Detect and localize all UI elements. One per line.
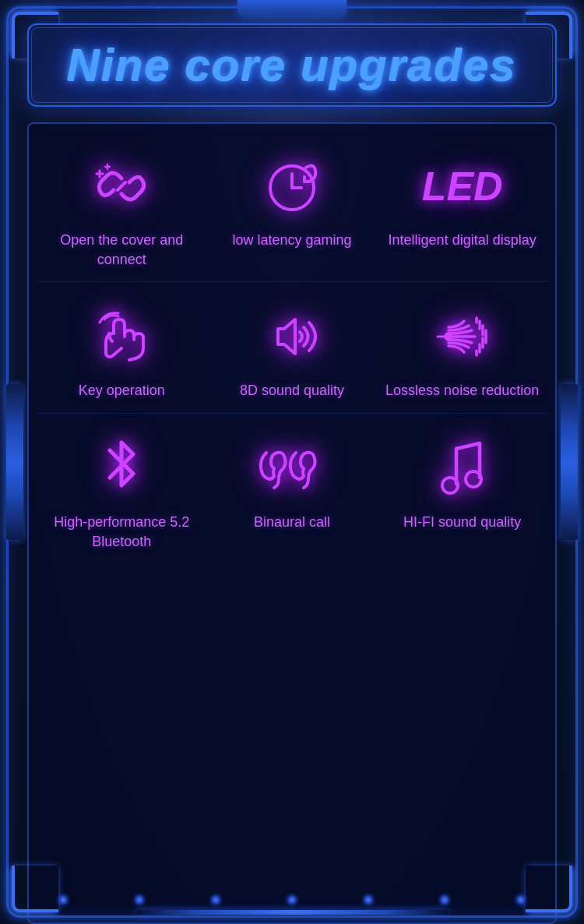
feature-bluetooth: High-performance 5.2 Bluetooth: [44, 433, 199, 552]
corner-br: [526, 866, 572, 912]
speaker-icon: [261, 305, 323, 368]
key-operation-label: Key operation: [79, 381, 165, 400]
open-cover-icon-container: [86, 151, 157, 221]
corner-bl: [12, 866, 58, 912]
feature-low-latency: low latency gaming: [214, 151, 370, 250]
feature-row-1: Open the cover and connect: [37, 139, 547, 282]
rivet-6: [440, 895, 449, 905]
svg-line-18: [456, 443, 480, 449]
top-connector: [237, 0, 347, 16]
hifi-icon-container: [427, 433, 498, 503]
clock-arrow-icon: [261, 155, 323, 217]
bluetooth-label: High-performance 5.2 Bluetooth: [44, 513, 199, 552]
bottom-decoration: [136, 910, 448, 915]
led-text-icon: LED: [422, 166, 503, 206]
main-frame: Nine core upgrades: [0, 0, 584, 924]
feature-binaural: Binaural call: [214, 433, 370, 532]
finger-touch-icon: [90, 305, 153, 368]
binaural-icon-container: [257, 433, 327, 503]
link-icon: [90, 155, 153, 217]
ears-icon: [257, 437, 327, 499]
sound-icon-container: [257, 302, 327, 372]
low-latency-label: low latency gaming: [232, 231, 351, 250]
feature-8d-sound: 8D sound quality: [214, 302, 370, 400]
rivet-4: [287, 895, 297, 905]
feature-noise-reduction: Lossless noise reduction: [385, 302, 540, 400]
page-title: Nine core upgrades: [52, 39, 532, 91]
rivet-5: [364, 895, 373, 905]
feature-led: LED Intelligent digital display: [385, 151, 540, 250]
rivet-2: [135, 895, 144, 905]
bluetooth-icon-container: [86, 433, 157, 503]
hifi-label: HI-FI sound quality: [403, 513, 521, 532]
noise-reduction-icon: [431, 305, 494, 368]
feature-row-2: Key operation: [37, 290, 547, 413]
binaural-label: Binaural call: [254, 513, 330, 532]
led-icon-container: LED: [427, 151, 498, 221]
feature-row-3: High-performance 5.2 Bluetooth Binaural …: [37, 421, 547, 563]
noise-icon-container: [427, 302, 498, 372]
rivet-3: [211, 895, 220, 905]
content-panel: Open the cover and connect: [27, 122, 557, 924]
low-latency-icon-container: [257, 151, 327, 221]
svg-line-0: [118, 182, 125, 190]
rivet-7: [516, 895, 526, 905]
bluetooth-icon: [94, 435, 149, 501]
title-section: Nine core upgrades: [27, 23, 557, 107]
svg-point-16: [445, 333, 452, 340]
music-note-icon: [433, 437, 491, 499]
feature-key-operation: Key operation: [44, 302, 199, 400]
feature-hifi: HI-FI sound quality: [385, 433, 540, 532]
noise-reduction-label: Lossless noise reduction: [385, 381, 539, 400]
8d-sound-label: 8D sound quality: [240, 381, 344, 400]
right-side-deco: [561, 384, 578, 540]
bottom-rivets: [58, 895, 526, 905]
open-cover-label: Open the cover and connect: [44, 231, 199, 270]
led-label: Intelligent digital display: [389, 231, 537, 250]
rivet-1: [58, 895, 68, 905]
left-side-deco: [6, 384, 23, 540]
feature-open-cover: Open the cover and connect: [44, 151, 199, 270]
key-operation-icon-container: [86, 302, 157, 372]
